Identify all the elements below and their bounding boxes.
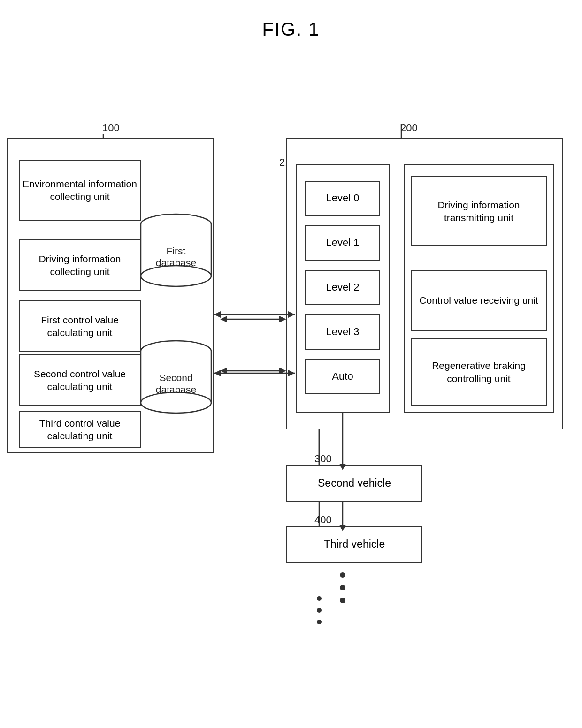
svg-point-22 <box>141 266 211 286</box>
svg-point-36 <box>340 572 345 578</box>
third-cv-box: Third control value calculating unit <box>19 411 141 448</box>
first-cv-box: First control value calculating unit <box>19 300 141 352</box>
svg-point-38 <box>340 598 345 603</box>
second-cv-box: Second control value calculating unit <box>19 354 141 406</box>
driving-info-box: Driving information collecting unit <box>19 239 141 291</box>
ref-400: 400 <box>314 514 332 526</box>
level0-box: Level 0 <box>305 181 380 216</box>
svg-marker-44 <box>214 370 221 376</box>
env-info-box: Environmental information collecting uni… <box>19 160 141 221</box>
svg-text:database: database <box>156 384 196 395</box>
auto-box: Auto <box>305 359 380 394</box>
svg-point-17 <box>317 620 322 624</box>
svg-point-16 <box>317 608 322 613</box>
ref-200: 200 <box>400 122 418 134</box>
svg-point-29 <box>141 392 211 413</box>
third-vehicle-box: Third vehicle <box>286 526 422 563</box>
svg-marker-2 <box>220 316 227 322</box>
svg-marker-4 <box>279 368 286 374</box>
page-title: FIG. 1 <box>0 0 582 40</box>
svg-text:database: database <box>156 257 196 268</box>
second-db-cylinder: Second database <box>138 338 214 418</box>
svg-marker-41 <box>214 311 221 318</box>
level2-box: Level 2 <box>305 270 380 305</box>
ref-100: 100 <box>102 122 120 134</box>
svg-marker-5 <box>220 368 227 374</box>
svg-point-15 <box>317 596 322 601</box>
first-db-cylinder: First database <box>138 211 214 291</box>
svg-marker-1 <box>279 316 286 322</box>
svg-text:First: First <box>167 245 186 256</box>
svg-text:Second: Second <box>159 372 192 383</box>
driving-tx-box: Driving information transmitting unit <box>411 176 547 246</box>
second-vehicle-box: Second vehicle <box>286 465 422 502</box>
level1-box: Level 1 <box>305 225 380 261</box>
level3-box: Level 3 <box>305 314 380 350</box>
control-rx-box: Control value receiving unit <box>411 270 547 331</box>
ref-300: 300 <box>314 453 332 465</box>
regen-brake-box: Regenerative braking controlling unit <box>411 338 547 406</box>
svg-point-37 <box>340 585 345 590</box>
